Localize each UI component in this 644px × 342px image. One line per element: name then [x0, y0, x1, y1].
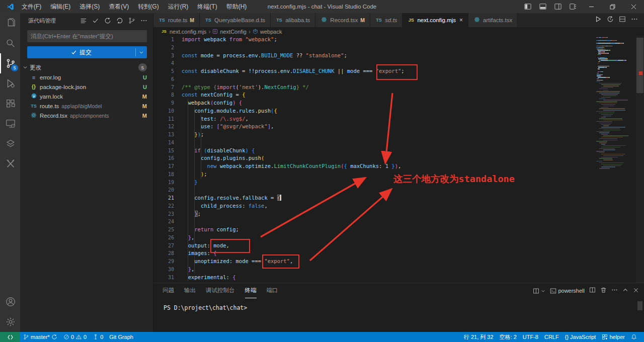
toggle-primary-sidebar-icon[interactable]: [520, 0, 535, 13]
menu-item-3[interactable]: 查看(V): [104, 0, 133, 13]
editor-scrollbar[interactable]: [636, 36, 644, 283]
close-tab-icon[interactable]: ×: [459, 17, 463, 24]
more-actions-icon[interactable]: [611, 286, 618, 295]
code-line-12[interactable]: 12 use: ["@svgr/webpack"],: [153, 123, 644, 131]
activity-explorer-icon[interactable]: [0, 13, 20, 33]
code-line-1[interactable]: 1import webpack from "webpack";: [153, 36, 644, 44]
activity-source-control-icon[interactable]: 5: [0, 53, 20, 73]
helper-extension[interactable]: helper: [599, 332, 628, 342]
menu-item-0[interactable]: 文件(F): [17, 0, 46, 13]
indentation-indicator[interactable]: 空格: 2: [497, 332, 520, 342]
breadcrumb-nextConfig[interactable]: nextConfig: [212, 29, 247, 35]
changed-file-yarn.lock[interactable]: yyarn.lockM: [20, 92, 153, 101]
code-line-20[interactable]: 20: [153, 186, 644, 194]
terminal-instance-powershell[interactable]: powershell: [550, 288, 585, 294]
code-line-10[interactable]: 10 config.module.rules.push({: [153, 107, 644, 115]
remote-indicator[interactable]: [0, 332, 20, 342]
code-line-29[interactable]: 29 unoptimized: mode === "export",: [153, 258, 644, 266]
activity-extensions-icon[interactable]: [0, 94, 20, 114]
problems-indicator[interactable]: 0 0: [60, 332, 90, 342]
toggle-panel-icon[interactable]: [535, 0, 550, 13]
activity-search-icon[interactable]: [0, 33, 20, 53]
split-editor-icon[interactable]: [619, 16, 626, 25]
code-line-22[interactable]: 22 child_process: false,: [153, 202, 644, 210]
code-line-7[interactable]: 7/** @type {import('next').NextConfig} *…: [153, 83, 644, 92]
code-line-15[interactable]: 15 if (disableChunk) {: [153, 147, 644, 155]
more-actions-icon[interactable]: [139, 16, 149, 26]
toggle-secondary-sidebar-icon[interactable]: [550, 0, 566, 13]
customize-layout-icon[interactable]: [566, 0, 581, 13]
activity-tools-icon[interactable]: [0, 154, 20, 174]
panel-tab-问题[interactable]: 问题: [163, 283, 174, 298]
terminal[interactable]: PS D:\project\chat\chat>: [153, 298, 644, 332]
panel-tab-端口[interactable]: 端口: [267, 283, 278, 298]
branch-indicator[interactable]: master*: [20, 332, 60, 342]
maximize-panel-icon[interactable]: [622, 286, 628, 295]
code-line-14[interactable]: 14: [153, 139, 644, 147]
panel-tab-输出[interactable]: 输出: [184, 283, 196, 298]
activity-account-icon[interactable]: [0, 292, 20, 312]
code-line-9[interactable]: 9 webpack(config) {: [153, 99, 644, 107]
run-file-icon[interactable]: [595, 16, 602, 25]
changed-file-route.ts[interactable]: TSroute.tsapp\api\bigModelM: [20, 101, 153, 111]
changed-file-package-lock.json[interactable]: {}package-lock.jsonU: [20, 82, 153, 92]
activity-run-debug-icon[interactable]: [0, 73, 20, 94]
activity-layers-icon[interactable]: [0, 134, 20, 154]
restore-button[interactable]: [602, 0, 623, 13]
commit-check-icon[interactable]: [91, 16, 101, 26]
code-editor[interactable]: 1import webpack from "webpack";23const m…: [153, 36, 644, 283]
breadcrumb-webpack[interactable]: webpack: [253, 29, 282, 35]
minimize-button[interactable]: [581, 0, 602, 13]
view-as-list-icon[interactable]: [78, 16, 89, 26]
code-line-2[interactable]: 2: [153, 44, 644, 52]
breadcrumb-next.config.mjs[interactable]: JSnext.config.mjs: [160, 29, 206, 35]
tab-sd.ts[interactable]: TSsd.ts: [370, 13, 403, 27]
tab-route.ts[interactable]: TSroute.tsM: [153, 13, 200, 27]
tab-alibaba.ts[interactable]: TSalibaba.ts: [271, 13, 315, 27]
code-line-17[interactable]: 17 new webpack.optimize.LimitChunkCountP…: [153, 162, 644, 170]
menu-item-1[interactable]: 编辑(E): [46, 0, 75, 13]
discard-icon[interactable]: [103, 16, 113, 26]
kill-terminal-icon[interactable]: [600, 286, 607, 295]
code-line-3[interactable]: 3const mode = process.env.BUILD_MODE ?? …: [153, 52, 644, 60]
commit-dropdown-chevron[interactable]: [136, 50, 147, 55]
terminal-scrollbar[interactable]: [637, 301, 642, 310]
tab-Record.tsx[interactable]: Record.tsxM: [315, 13, 370, 27]
commit-message-input[interactable]: [27, 30, 147, 42]
tab-next.config.mjs[interactable]: JSnext.config.mjs×: [403, 13, 468, 27]
changes-section-header[interactable]: 更改 5: [20, 62, 153, 72]
minimap[interactable]: [596, 37, 634, 169]
code-line-21[interactable]: 21 config.resolve.fallback = {: [153, 194, 644, 202]
menu-item-4[interactable]: 转到(G): [133, 0, 163, 13]
code-line-25[interactable]: 25 return config;: [153, 226, 644, 234]
menu-item-5[interactable]: 运行(R): [164, 0, 193, 13]
code-line-30[interactable]: 30 },: [153, 266, 644, 274]
code-line-13[interactable]: 13 });: [153, 131, 644, 139]
panel-tab-调试控制台[interactable]: 调试控制台: [206, 283, 235, 298]
menu-item-6[interactable]: 终端(T): [193, 0, 221, 13]
more-actions-icon[interactable]: [631, 16, 638, 25]
timeline-icon[interactable]: [607, 16, 614, 25]
code-line-11[interactable]: 11 test: /\.svg$/,: [153, 115, 644, 123]
scrollbar-slider[interactable]: [636, 38, 643, 93]
git-graph-button[interactable]: Git Graph: [106, 332, 136, 342]
code-line-31[interactable]: 31 experimental: {: [153, 274, 644, 282]
close-button[interactable]: [623, 0, 644, 13]
menu-item-2[interactable]: 选择(S): [75, 0, 104, 13]
menu-item-7[interactable]: 帮助(H): [222, 0, 252, 13]
code-line-23[interactable]: 23 };: [153, 210, 644, 218]
changed-file-error.log[interactable]: ≡error.logU: [20, 72, 153, 82]
language-indicator[interactable]: {}JavaScript: [562, 332, 599, 342]
ports-indicator[interactable]: 0: [90, 332, 106, 342]
encoding-indicator[interactable]: UTF-8: [520, 332, 541, 342]
changed-file-Record.tsx[interactable]: Record.tsxapp\componentsM: [20, 111, 153, 120]
tab-QueryableBase.d.ts[interactable]: TSQueryableBase.d.ts: [200, 13, 271, 27]
activity-settings-icon[interactable]: [0, 312, 20, 332]
branch-actions-icon[interactable]: [127, 16, 137, 26]
close-panel-icon[interactable]: [633, 286, 639, 295]
panel-tab-终端[interactable]: 终端: [245, 283, 257, 298]
tab-artifacts.tsx[interactable]: artifacts.tsx: [468, 13, 518, 27]
commit-button[interactable]: 提交: [27, 46, 147, 58]
notifications-bell[interactable]: [628, 332, 640, 342]
refresh-icon[interactable]: [115, 16, 125, 26]
